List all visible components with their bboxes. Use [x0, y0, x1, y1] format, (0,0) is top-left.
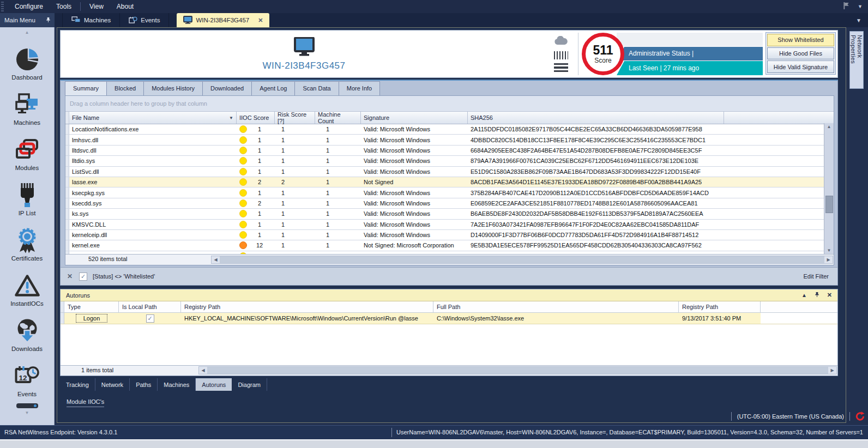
tab-events[interactable]: Events [120, 13, 169, 27]
main-menu-header[interactable]: Main Menu [0, 13, 55, 27]
sidebar-item-downloads[interactable]: Downloads [0, 307, 54, 353]
horizontal-scrollbar[interactable]: ◀ ▶ [198, 366, 837, 374]
filter-checkbox[interactable]: ✓ [79, 273, 87, 281]
table-row[interactable]: kernelceip.dll111Valid: Microsoft Window… [65, 230, 834, 240]
scrollbar-thumb[interactable] [220, 256, 824, 263]
close-icon[interactable]: ✕ [258, 17, 263, 24]
scroll-up-icon[interactable]: ▲ [801, 292, 807, 298]
sidebar-item-dashboard[interactable]: Dashboard [0, 36, 54, 81]
vertical-scrollbar[interactable]: ▲ ▼ [824, 123, 834, 255]
column-header-registry-path-4[interactable]: Registry Path [679, 301, 761, 312]
table-row[interactable]: KMSVC.DLL111Valid: Microsoft Windows7A2E… [65, 220, 834, 230]
tab-network[interactable]: Network [95, 378, 130, 391]
tab-blocked[interactable]: Blocked [106, 81, 144, 95]
hide-valid-signature-button[interactable]: Hide Valid Signature [767, 60, 834, 73]
tab-machines[interactable]: Machines [158, 378, 196, 391]
column-header-risk-score[interactable]: Risk Score [?] [275, 112, 315, 124]
table-row[interactable]: kernel.exe1211Not Signed: Microsoft Corp… [65, 240, 834, 251]
table-row[interactable]: ksecdd.sys211Valid: Microsoft WindowsE06… [65, 198, 834, 209]
local-path-checkbox[interactable]: ✓ [146, 314, 154, 323]
table-row[interactable]: lasse.exe221Not Signed8ACDB1FAE3A564D1E1… [65, 177, 834, 187]
scroll-left-icon[interactable]: ◀ [212, 256, 220, 263]
table-row[interactable]: ListSvc.dll111Valid: Microsoft WindowsE5… [65, 167, 834, 177]
sidebar-item-modules[interactable]: Modules [0, 126, 54, 172]
sidebar-item-events[interactable]: 12Events [0, 353, 54, 398]
toolbar-grip[interactable] [1, 2, 4, 11]
grid-footer: 520 items total ◀ ▶ [65, 254, 834, 265]
scroll-up-icon[interactable]: ▲ [0, 29, 54, 36]
tab-more-info[interactable]: More Info [339, 81, 380, 95]
tab-tracking[interactable]: Tracking [60, 378, 95, 391]
sidebar-partial-item[interactable] [0, 401, 54, 410]
pin-icon[interactable] [45, 17, 51, 24]
column-header-is-local-path-1[interactable]: Is Local Path [119, 301, 181, 312]
sidebar-item-ip-list[interactable]: IP List [0, 172, 54, 217]
scan-status-icon[interactable] [554, 51, 568, 59]
edit-filter-button[interactable]: Edit Filter [804, 273, 829, 280]
sidebar-item-instantiocs[interactable]: InstantIOCs [0, 262, 54, 307]
tab-downloaded[interactable]: Downloaded [202, 81, 252, 95]
column-header-machine-count[interactable]: Machine Count [315, 112, 361, 124]
scrollbar-thumb[interactable] [207, 367, 828, 374]
tab-summary[interactable]: Summary [65, 81, 107, 95]
menu-tools[interactable]: Tools [50, 0, 78, 13]
tab-scan-data[interactable]: Scan Data [294, 81, 339, 95]
table-row[interactable]: LocationNotifications.exe111Valid: Micro… [65, 124, 834, 135]
scroll-down-icon[interactable]: ▼ [0, 410, 54, 416]
column-header-type-0[interactable]: Type [64, 301, 119, 312]
tab-autoruns[interactable]: Autoruns [196, 378, 232, 391]
close-icon[interactable]: ✕ [827, 292, 832, 299]
tab-win-2i3b4f3g457[interactable]: WIN-2I3B4F3G457 ✕ [177, 13, 269, 27]
column-header-signature[interactable]: Signature [361, 112, 468, 124]
module-iiocs-label[interactable]: Module IIOC's [67, 398, 104, 407]
column-header-registry-path-2[interactable]: Registry Path [181, 301, 433, 312]
menu-view[interactable]: View [83, 0, 110, 13]
agent-log-icon[interactable] [554, 63, 568, 72]
sidebar-item-label: Events [17, 391, 37, 398]
tab-diagram[interactable]: Diagram [232, 378, 267, 391]
scroll-right-icon[interactable]: ▶ [824, 256, 833, 263]
cloud-icon[interactable] [554, 36, 568, 47]
column-header-file-name[interactable]: File Name▼ [69, 112, 237, 124]
menu-about[interactable]: About [110, 0, 140, 13]
sidebar-item-certificates[interactable]: Certificates [0, 217, 54, 262]
group-by-hint[interactable]: Drag a column header here to group by th… [65, 96, 834, 112]
table-row[interactable]: ksecpkg.sys111Valid: Microsoft Windows37… [65, 187, 834, 198]
scroll-up-icon[interactable]: ▲ [824, 123, 834, 131]
sidebar-item-label: IP List [19, 210, 36, 217]
network-properties-tab[interactable]: Network Properties [849, 31, 864, 89]
table-row[interactable]: lltdio.sys111Valid: Microsoft Windows879… [65, 156, 834, 166]
tab-modules-history[interactable]: Modules History [143, 81, 203, 95]
sidebar-item-machines[interactable]: Machines [0, 81, 54, 126]
table-row[interactable]: Logon✓HKEY_LOCAL_MACHINE\SOFTWARE\Micros… [61, 313, 837, 324]
table-row[interactable]: ks.sys111Valid: Microsoft WindowsB6AEB5D… [65, 209, 834, 219]
table-row[interactable]: lltdsvc.dll111Valid: Microsoft Windows66… [65, 146, 834, 156]
flag-icon[interactable] [843, 2, 850, 11]
show-whitelisted-button[interactable]: Show Whitelisted [767, 34, 834, 46]
autoruns-panel: Autoruns ▲ ✕ TypeIs Local PathRegistry P… [60, 289, 838, 376]
tab-paths[interactable]: Paths [130, 378, 158, 391]
scroll-down-icon[interactable]: ▼ [824, 247, 834, 255]
pin-icon[interactable] [814, 292, 820, 299]
refresh-icon[interactable] [855, 411, 865, 422]
menu-configure[interactable]: Configure [8, 0, 50, 13]
chevron-down-icon[interactable]: ▼ [856, 17, 868, 23]
tab-machines[interactable]: Machines [62, 13, 120, 27]
chevron-down-icon[interactable]: ▼ [858, 4, 863, 9]
sort-descending-icon[interactable]: ▼ [229, 116, 233, 120]
column-header-full-path-3[interactable]: Full Path [433, 301, 679, 312]
hide-good-files-button[interactable]: Hide Good Files [767, 47, 834, 60]
scrollbar-thumb[interactable] [825, 196, 833, 213]
scroll-left-icon[interactable]: ◀ [199, 367, 207, 374]
cell-machine-count: 1 [315, 240, 361, 250]
scroll-right-icon[interactable]: ▶ [828, 367, 836, 374]
administrative-status-banner[interactable]: Administrative Status | [617, 47, 763, 60]
column-header-iioc-score[interactable]: IIOC Score [237, 112, 275, 124]
column-header-sha256[interactable]: SHA256 [468, 112, 724, 124]
tab-agent-log[interactable]: Agent Log [251, 81, 295, 95]
clear-filter-icon[interactable]: ✕ [67, 273, 73, 280]
horizontal-scrollbar[interactable]: ◀ ▶ [211, 256, 833, 264]
autoruns-header-row: TypeIs Local PathRegistry PathFull PathR… [61, 301, 837, 313]
risk-score-badge[interactable]: 511 Score [582, 33, 624, 75]
table-row[interactable]: lmhsvc.dll111Valid: Microsoft Windows4DB… [65, 135, 834, 145]
